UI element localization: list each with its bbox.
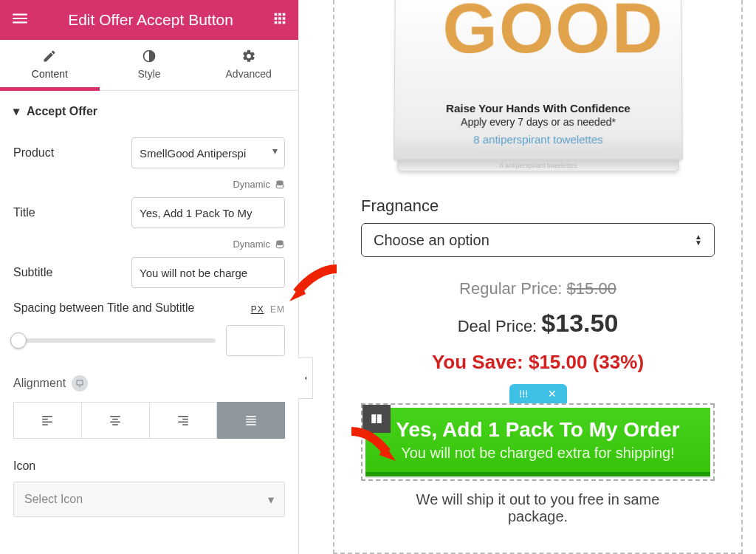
align-justify-button[interactable] [217,402,285,439]
align-center-button[interactable] [82,402,150,439]
tab-advanced-label: Advanced [226,68,272,80]
title-input[interactable] [131,197,285,228]
subtitle-label: Subtitle [13,266,131,279]
chevron-down-icon: ▾ [268,493,274,507]
product-select[interactable] [131,137,285,168]
subtitle-input[interactable] [131,257,285,288]
product-label: Product [13,146,131,160]
drag-dots-icon: ⁞⁞⁞ [519,388,528,400]
select-arrows-icon: ▲▼ [695,234,702,246]
tab-content-label: Content [32,68,68,80]
panel-title: Edit Offer Accept Button [30,11,272,29]
tab-style-label: Style [137,68,160,80]
section-title: Accept Offer [27,105,97,118]
deal-price: Deal Price: $13.50 [458,309,619,338]
columns-icon[interactable] [362,405,391,433]
shipping-note: We will ship it out to you free in same … [361,491,715,525]
spacing-input[interactable] [226,325,285,356]
close-icon[interactable]: ✕ [548,388,557,400]
accept-offer-button[interactable]: Yes, Add 1 Pack To My Order You will not… [365,408,710,476]
unit-switch[interactable]: PX EM [251,304,285,315]
tab-style[interactable]: Style [100,40,199,90]
tab-advanced[interactable]: Advanced [199,40,298,90]
tabs: Content Style Advanced [0,40,298,91]
apps-grid-icon[interactable] [272,10,288,30]
tagline-2: Apply every 7 days or as needed* [394,116,681,128]
alignment-label: Alignment [13,377,66,390]
section-accept-offer[interactable]: ▾ Accept Offer [13,104,285,118]
database-icon [275,179,285,190]
menu-icon[interactable] [10,9,30,31]
controls: ▾ Accept Offer Product Dynamic Title Dyn… [0,91,298,554]
fragrance-select[interactable]: Choose an option ▲▼ [361,223,715,257]
preview-pane: GOOD Raise Your Hands With Confidence Ap… [299,0,756,554]
caret-down-icon: ▾ [13,104,19,118]
widget-frame[interactable]: Yes, Add 1 Pack To My Order You will not… [361,403,715,481]
align-left-button[interactable] [13,402,82,439]
editor-panel: Edit Offer Accept Button Content Style A… [0,0,299,554]
fragrance-label: Fragnance [361,196,439,216]
alignment-buttons [13,402,285,439]
you-save: You Save: $15.00 (33%) [432,351,644,374]
icon-select[interactable]: Select Icon ▾ [13,482,285,517]
widget-handle[interactable]: ⁞⁞⁞ ✕ [509,384,567,403]
tagline-3: 8 antiperspirant towelettes [394,133,681,146]
tagline-1: Raise Your Hands With Confidence [394,102,681,114]
database-icon [275,239,285,250]
tab-content[interactable]: Content [0,40,100,90]
cta-title: Yes, Add 1 Pack To My Order [373,418,703,442]
spacing-slider[interactable] [13,338,216,343]
product-image: GOOD Raise Your Hands With Confidence Ap… [394,0,682,171]
brand-text: GOOD [442,0,664,69]
title-label: Title [13,206,131,219]
responsive-icon[interactable] [72,375,88,391]
icon-label: Icon [13,459,285,473]
cta-subtitle: You will not be charged extra for shippi… [373,445,703,462]
align-right-button[interactable] [150,402,218,439]
dynamic-toggle-title[interactable]: Dynamic [13,179,285,190]
regular-price: Regular Price: $15.00 [459,279,616,298]
dynamic-toggle-subtitle[interactable]: Dynamic [13,239,285,250]
spacing-label: Spacing between Title and Subtitle [13,301,195,315]
panel-header: Edit Offer Accept Button [0,0,298,40]
